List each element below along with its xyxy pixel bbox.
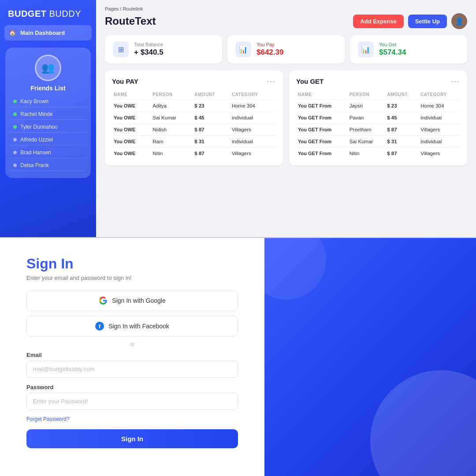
row-category: individual xyxy=(230,136,276,148)
row-category: individual xyxy=(419,136,460,148)
row-amount: $ 87 xyxy=(385,148,419,160)
friends-avatar-icon: 👥 xyxy=(35,55,61,81)
header-actions: Add Expense Settle Up 👤 xyxy=(353,13,467,29)
password-form-group: Password xyxy=(26,384,238,410)
row-category: individual xyxy=(419,112,460,124)
you-pay-table-title: You PAY xyxy=(112,78,138,85)
table-row: You OWE Ram $ 31 individual xyxy=(112,136,276,148)
friend-name: Brad Hansen xyxy=(20,149,51,156)
you-get-table: You GET ··· NAME PERSON AMOUNT CATEGORY … xyxy=(289,71,467,165)
row-name: You GET From xyxy=(296,100,348,112)
total-balance-value: + $340.5 xyxy=(134,48,164,57)
friends-list: Kacy BrownRachel MindeTyler DunnahooAlfr… xyxy=(10,96,86,171)
settle-up-button[interactable]: Settle Up xyxy=(408,15,447,28)
row-person: Preetham xyxy=(348,124,386,136)
sidebar: BUDGET BUDDY 🏠 Main Dashboard 👥 Friends … xyxy=(0,0,96,237)
friend-item: Kacy Brown xyxy=(10,96,86,107)
total-balance-card: ⊞ Total Balance + $340.5 xyxy=(105,35,222,63)
signin-subtitle: Enter your email and password to sign in… xyxy=(26,275,238,281)
row-category: individual xyxy=(230,112,276,124)
row-person: Nitin xyxy=(151,148,193,160)
email-label: Email xyxy=(26,352,238,358)
forget-password-link[interactable]: Forget Password? xyxy=(26,416,238,422)
you-pay-value: $642.39 xyxy=(257,48,283,57)
friend-item: Rachel Minde xyxy=(10,109,86,120)
table-row: You GET From Jaysri $ 23 Home 304 xyxy=(296,100,460,112)
row-amount: $ 87 xyxy=(193,148,230,160)
page-header: RouteText Add Expense Settle Up 👤 xyxy=(105,13,467,29)
table-row: You GET From Nitin $ 87 Villagers xyxy=(296,148,460,160)
home-icon: 🏠 xyxy=(9,30,16,36)
breadcrumb-current: Routelink xyxy=(123,6,143,11)
main-content: Pages / Routelink RouteText Add Expense … xyxy=(96,0,476,237)
decorative-blob-2 xyxy=(264,238,326,300)
friend-name: Alfredo Uzziel xyxy=(20,137,53,143)
facebook-icon: f xyxy=(95,322,104,331)
friend-status-dot xyxy=(13,125,17,129)
row-amount: $ 31 xyxy=(385,136,419,148)
row-name: You OWE xyxy=(112,112,151,124)
friend-status-dot xyxy=(13,112,17,116)
row-amount: $ 45 xyxy=(385,112,419,124)
table-row: You GET From Pavan $ 45 individual xyxy=(296,112,460,124)
facebook-signin-label: Sign In with Facebook xyxy=(108,323,169,330)
row-category: Villagers xyxy=(230,124,276,136)
row-name: You OWE xyxy=(112,100,151,112)
you-get-card: 📊 You Get $574.34 xyxy=(350,35,467,63)
app-logo: BUDGET BUDDY xyxy=(0,0,96,25)
row-person: Pavan xyxy=(348,112,386,124)
row-amount: $ 45 xyxy=(193,112,230,124)
you-get-table-title: You GET xyxy=(296,78,324,85)
signin-decorative-panel xyxy=(264,238,476,476)
you-pay-table-header: You PAY ··· xyxy=(112,77,276,86)
password-input[interactable] xyxy=(26,393,238,410)
row-amount: $ 31 xyxy=(193,136,230,148)
you-pay-label: You Pay xyxy=(257,42,283,47)
row-name: You OWE xyxy=(112,148,151,160)
google-signin-button[interactable]: Sign In with Google xyxy=(26,290,238,311)
you-pay-card: 📊 You Pay $642.39 xyxy=(227,35,345,63)
row-amount: $ 87 xyxy=(385,124,419,136)
table-row: You GET From Preetham $ 87 Villagers xyxy=(296,124,460,136)
friend-name: Rachel Minde xyxy=(20,111,52,117)
sidebar-item-label: Main Dashboard xyxy=(20,30,65,36)
row-name: You OWE xyxy=(112,124,151,136)
you-get-menu-button[interactable]: ··· xyxy=(451,77,460,86)
row-person: Sai Kumar xyxy=(151,112,193,124)
friends-icon: 👥 xyxy=(41,62,55,74)
row-name: You OWE xyxy=(112,136,151,148)
col-person: PERSON xyxy=(348,90,386,100)
row-category: Villagers xyxy=(230,148,276,160)
table-row: You OWE Nitin $ 87 Villagers xyxy=(112,148,276,160)
friend-item: Brad Hansen xyxy=(10,147,86,158)
app-name-buddy: BUDDY xyxy=(49,9,82,19)
decorative-blob-1 xyxy=(370,370,476,476)
row-name: You GET From xyxy=(296,124,348,136)
friend-item: Delsa Frank xyxy=(10,160,86,171)
col-amount: AMOUNT xyxy=(385,90,419,100)
row-amount: $ 87 xyxy=(193,124,230,136)
friend-status-dot xyxy=(13,151,17,154)
signin-title: Sign In xyxy=(26,256,238,272)
friend-item: Alfredo Uzziel xyxy=(10,134,86,145)
total-balance-icon: ⊞ xyxy=(113,41,129,57)
you-pay-menu-button[interactable]: ··· xyxy=(267,77,276,86)
friend-name: Delsa Frank xyxy=(20,162,49,168)
you-pay-icon: 📊 xyxy=(235,41,251,57)
friends-card-title: Friends List xyxy=(30,85,65,92)
add-expense-button[interactable]: Add Expense xyxy=(353,15,403,28)
friends-card: 👥 Friends List Kacy BrownRachel MindeTyl… xyxy=(5,48,91,178)
row-person: Aditya xyxy=(151,100,193,112)
app-name-budget: BUDGET xyxy=(8,9,46,19)
or-divider: or xyxy=(26,341,238,347)
email-input[interactable] xyxy=(26,361,238,378)
sidebar-item-dashboard[interactable]: 🏠 Main Dashboard xyxy=(4,25,92,41)
breadcrumb: Pages / Routelink xyxy=(105,6,467,11)
facebook-signin-button[interactable]: f Sign In with Facebook xyxy=(26,316,238,337)
you-get-value: $574.34 xyxy=(379,48,406,57)
table-row: You OWE Nidish $ 87 Villagers xyxy=(112,124,276,136)
row-person: Ram xyxy=(151,136,193,148)
signin-button[interactable]: Sign In xyxy=(26,429,238,448)
row-category: Villagers xyxy=(419,148,460,160)
you-get-icon: 📊 xyxy=(358,41,374,57)
